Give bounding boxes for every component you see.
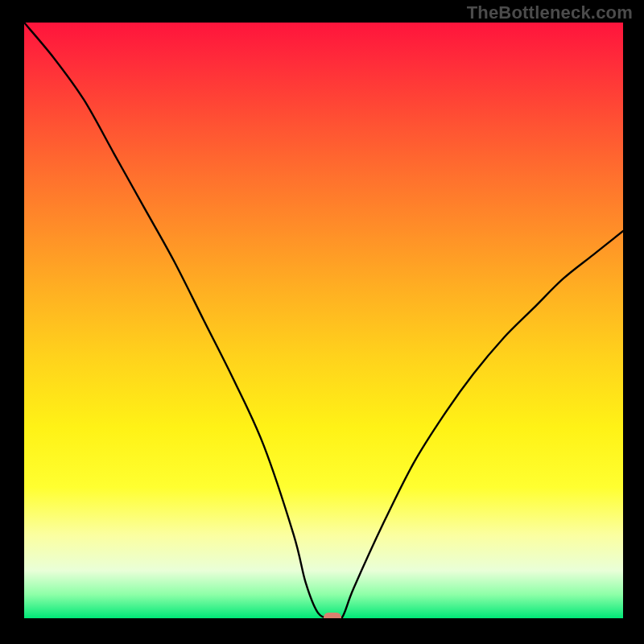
plot-area [24,23,623,618]
watermark-text: TheBottleneck.com [467,2,633,23]
chart-frame: TheBottleneck.com [0,0,644,644]
bottleneck-curve [24,23,623,618]
optimal-point-marker [324,613,341,618]
